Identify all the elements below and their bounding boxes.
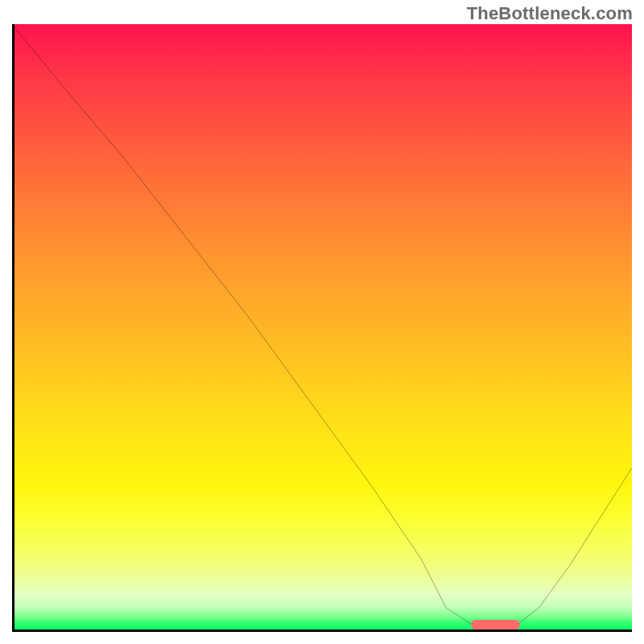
watermark-text: TheBottleneck.com <box>467 3 633 24</box>
bottleneck-curve <box>12 24 632 632</box>
curve-line <box>12 24 632 632</box>
optimal-range-marker <box>471 620 521 630</box>
chart-container: TheBottleneck.com <box>0 0 644 644</box>
plot-area <box>12 24 632 632</box>
